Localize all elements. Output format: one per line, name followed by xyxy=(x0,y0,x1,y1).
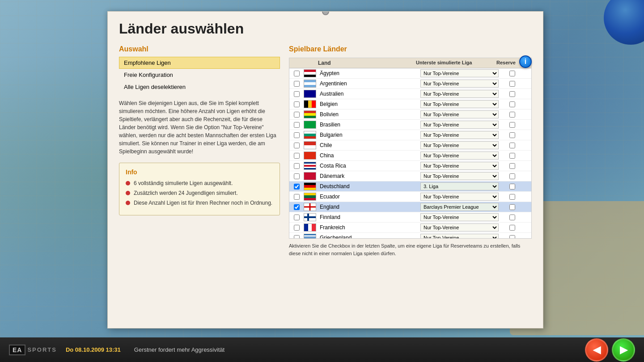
country-checkbox[interactable] xyxy=(294,194,300,200)
liga-select[interactable]: Nur Top-Vereine xyxy=(420,223,499,232)
liga-select[interactable]: 3. LigaNur Top-Vereine xyxy=(420,182,499,190)
liga-cell: Nur Top-Vereine xyxy=(420,193,501,201)
checkbox-cell[interactable] xyxy=(291,153,302,159)
reserve-checkbox[interactable] xyxy=(509,81,515,87)
country-checkbox[interactable] xyxy=(294,235,300,239)
liga-select[interactable]: Nur Top-Vereine xyxy=(420,162,499,170)
reserve-cell[interactable] xyxy=(501,215,523,220)
nav-forward-button[interactable]: ▶ xyxy=(612,338,635,362)
reserve-checkbox[interactable] xyxy=(509,184,515,189)
reserve-checkbox[interactable] xyxy=(509,225,515,231)
liga-select[interactable]: Nur Top-Vereine xyxy=(420,110,499,118)
checkbox-cell[interactable] xyxy=(291,81,302,87)
checkbox-cell[interactable] xyxy=(291,173,302,179)
reserve-checkbox[interactable] xyxy=(509,163,515,169)
liga-select[interactable]: Nur Top-Vereine xyxy=(420,121,499,129)
reserve-checkbox[interactable] xyxy=(509,112,515,118)
checkbox-cell[interactable] xyxy=(291,91,302,97)
reserve-checkbox[interactable] xyxy=(509,173,515,179)
country-checkbox[interactable] xyxy=(294,122,300,128)
country-checkbox[interactable] xyxy=(294,153,300,159)
liga-select[interactable]: Nur Top-Vereine xyxy=(420,90,499,98)
liga-select[interactable]: Nur Top-Vereine xyxy=(420,100,499,108)
reserve-cell[interactable] xyxy=(501,81,523,87)
country-checkbox[interactable] xyxy=(294,163,300,169)
reserve-checkbox[interactable] xyxy=(509,235,515,239)
reserve-cell[interactable] xyxy=(501,163,523,169)
table-row: Frankreich Nur Top-Vereine xyxy=(289,223,531,233)
country-list-body[interactable]: Ägypten Nur Top-Vereine Argentinien Nur … xyxy=(289,68,531,238)
country-checkbox[interactable] xyxy=(294,81,300,87)
reserve-cell[interactable] xyxy=(501,101,523,107)
reserve-cell[interactable] xyxy=(501,184,523,189)
liga-select[interactable]: Nur Top-Vereine xyxy=(420,193,499,201)
checkbox-cell[interactable] xyxy=(291,143,302,148)
reserve-cell[interactable] xyxy=(501,71,523,76)
checkbox-cell[interactable] xyxy=(291,194,302,200)
checkbox-cell[interactable] xyxy=(291,235,302,239)
checkbox-cell[interactable] xyxy=(291,112,302,118)
country-checkbox[interactable] xyxy=(294,173,300,179)
reserve-cell[interactable] xyxy=(501,143,523,148)
country-checkbox[interactable] xyxy=(294,215,300,220)
checkbox-cell[interactable] xyxy=(291,101,302,107)
country-checkbox[interactable] xyxy=(294,71,300,76)
auswahl-item-free-config[interactable]: Freie Konfiguration xyxy=(119,69,280,81)
nav-back-button[interactable]: ◀ xyxy=(585,338,608,362)
flag-bulgaria xyxy=(304,131,316,139)
reserve-checkbox[interactable] xyxy=(509,215,515,220)
liga-select[interactable]: Nur Top-Vereine xyxy=(420,213,499,221)
reserve-cell[interactable] xyxy=(501,91,523,97)
reserve-checkbox[interactable] xyxy=(509,91,515,97)
liga-select[interactable]: Nur Top-Vereine xyxy=(420,141,499,149)
checkbox-cell[interactable] xyxy=(291,184,302,189)
checkbox-cell[interactable] xyxy=(291,225,302,231)
country-checkbox[interactable] xyxy=(294,132,300,138)
reserve-cell[interactable] xyxy=(501,235,523,239)
flag-cell xyxy=(302,152,318,160)
liga-select[interactable]: Nur Top-Vereine xyxy=(420,131,499,139)
reserve-cell[interactable] xyxy=(501,173,523,179)
checkbox-cell[interactable] xyxy=(291,163,302,169)
checkbox-cell[interactable] xyxy=(291,71,302,76)
liga-select[interactable]: Nur Top-Vereine xyxy=(420,69,499,77)
flag-greece xyxy=(304,234,316,238)
reserve-cell[interactable] xyxy=(501,225,523,231)
checkbox-cell[interactable] xyxy=(291,204,302,210)
info-box-title: Info xyxy=(126,168,273,176)
reserve-cell[interactable] xyxy=(501,122,523,128)
checkbox-cell[interactable] xyxy=(291,122,302,128)
liga-select[interactable]: Nur Top-Vereine xyxy=(420,172,499,180)
reserve-checkbox[interactable] xyxy=(509,143,515,148)
reserve-checkbox[interactable] xyxy=(509,194,515,200)
country-checkbox[interactable] xyxy=(294,101,300,107)
country-checkbox[interactable] xyxy=(294,112,300,118)
country-checkbox[interactable] xyxy=(294,91,300,97)
country-checkbox[interactable] xyxy=(294,143,300,148)
header-liga: Unterste simulierte Liga xyxy=(416,60,496,66)
liga-select[interactable]: Nur Top-Vereine xyxy=(420,80,499,88)
country-name: Dänemark xyxy=(318,173,420,179)
info-button[interactable]: i xyxy=(519,55,532,68)
checkbox-cell[interactable] xyxy=(291,215,302,220)
reserve-cell[interactable] xyxy=(501,194,523,200)
checkbox-cell[interactable] xyxy=(291,132,302,138)
auswahl-item-recommended[interactable]: Empfohlene Ligen xyxy=(119,57,280,69)
reserve-cell[interactable] xyxy=(501,132,523,138)
auswahl-item-deselect-all[interactable]: Alle Ligen deselektieren xyxy=(119,81,280,93)
liga-select[interactable]: Nur Top-Vereine xyxy=(420,234,499,238)
reserve-checkbox[interactable] xyxy=(509,71,515,76)
reserve-checkbox[interactable] xyxy=(509,101,515,107)
reserve-cell[interactable] xyxy=(501,112,523,118)
reserve-cell[interactable] xyxy=(501,204,523,210)
country-checkbox[interactable] xyxy=(294,204,300,210)
country-checkbox[interactable] xyxy=(294,184,300,189)
country-checkbox[interactable] xyxy=(294,225,300,231)
reserve-checkbox[interactable] xyxy=(509,132,515,138)
reserve-checkbox[interactable] xyxy=(509,204,515,210)
liga-select[interactable]: Barclays Premier LeagueNur Top-Vereine xyxy=(420,203,499,211)
reserve-checkbox[interactable] xyxy=(509,153,515,159)
reserve-checkbox[interactable] xyxy=(509,122,515,128)
liga-select[interactable]: Nur Top-Vereine xyxy=(420,152,499,160)
reserve-cell[interactable] xyxy=(501,153,523,159)
